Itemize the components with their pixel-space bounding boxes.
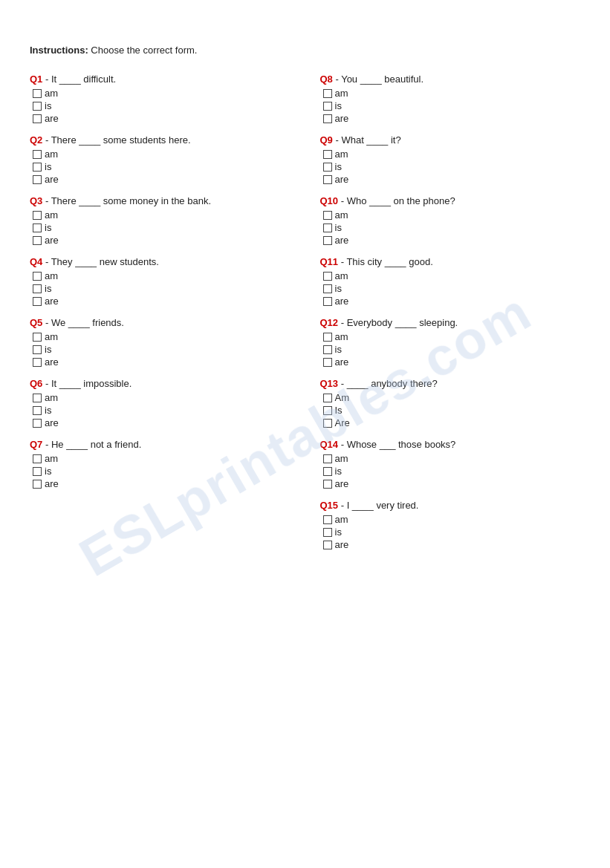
- checkbox[interactable]: [33, 297, 42, 306]
- option-item[interactable]: are: [33, 235, 291, 246]
- option-item[interactable]: am: [33, 270, 291, 281]
- option-item[interactable]: is: [323, 100, 581, 111]
- checkbox[interactable]: [33, 284, 42, 293]
- option-item[interactable]: am: [33, 392, 291, 403]
- option-item[interactable]: are: [323, 539, 581, 550]
- question-text: - I ____ very tired.: [338, 500, 418, 511]
- checkbox[interactable]: [323, 515, 332, 524]
- option-item[interactable]: are: [323, 174, 581, 185]
- checkbox[interactable]: [323, 297, 332, 306]
- option-item[interactable]: am: [323, 453, 581, 464]
- option-item[interactable]: am: [33, 209, 291, 221]
- checkbox[interactable]: [323, 236, 332, 245]
- checkbox[interactable]: [33, 333, 42, 342]
- option-item[interactable]: Am: [323, 392, 581, 403]
- checkbox[interactable]: [33, 236, 42, 245]
- option-item[interactable]: are: [323, 296, 581, 307]
- option-item[interactable]: is: [323, 222, 581, 233]
- option-item[interactable]: am: [323, 88, 581, 99]
- option-item[interactable]: Are: [323, 417, 581, 428]
- option-item[interactable]: is: [323, 283, 581, 294]
- checkbox[interactable]: [323, 114, 332, 123]
- option-item[interactable]: are: [33, 113, 291, 124]
- option-item[interactable]: is: [323, 466, 581, 477]
- option-item[interactable]: are: [33, 296, 291, 307]
- checkbox[interactable]: [323, 284, 332, 293]
- option-label: is: [45, 466, 51, 477]
- checkbox[interactable]: [33, 223, 42, 232]
- checkbox[interactable]: [323, 406, 332, 415]
- option-item[interactable]: am: [323, 270, 581, 281]
- option-item[interactable]: are: [33, 478, 291, 489]
- question-label: Q9: [320, 134, 333, 146]
- option-item[interactable]: is: [33, 222, 291, 233]
- option-item[interactable]: am: [33, 331, 291, 342]
- checkbox[interactable]: [323, 211, 332, 220]
- option-item[interactable]: is: [33, 100, 291, 111]
- option-label: am: [45, 392, 58, 403]
- instructions-label: Instructions:: [30, 45, 88, 56]
- option-item[interactable]: are: [323, 356, 581, 368]
- question-text: - There ____ some money in the bank.: [42, 195, 211, 206]
- checkbox[interactable]: [33, 358, 42, 367]
- checkbox[interactable]: [33, 102, 42, 111]
- option-item[interactable]: am: [323, 331, 581, 342]
- checkbox[interactable]: [33, 175, 42, 184]
- option-item[interactable]: are: [323, 478, 581, 489]
- checkbox[interactable]: [323, 480, 332, 489]
- checkbox[interactable]: [323, 541, 332, 549]
- checkbox[interactable]: [323, 272, 332, 281]
- checkbox[interactable]: [33, 114, 42, 123]
- checkbox[interactable]: [323, 358, 332, 367]
- checkbox[interactable]: [323, 163, 332, 172]
- option-item[interactable]: are: [323, 113, 581, 124]
- checkbox[interactable]: [33, 345, 42, 354]
- option-item[interactable]: is: [33, 161, 291, 172]
- checkbox[interactable]: [33, 163, 42, 172]
- checkbox[interactable]: [33, 211, 42, 220]
- option-item[interactable]: am: [33, 88, 291, 99]
- option-label: are: [45, 417, 59, 428]
- option-item[interactable]: am: [33, 149, 291, 160]
- option-label: is: [45, 344, 51, 355]
- checkbox[interactable]: [33, 467, 42, 476]
- option-item[interactable]: is: [33, 283, 291, 294]
- option-item[interactable]: are: [33, 417, 291, 428]
- checkbox[interactable]: [33, 480, 42, 489]
- checkbox[interactable]: [323, 102, 332, 111]
- option-item[interactable]: is: [33, 466, 291, 477]
- checkbox[interactable]: [33, 89, 42, 98]
- checkbox[interactable]: [323, 333, 332, 342]
- checkbox[interactable]: [323, 223, 332, 232]
- checkbox[interactable]: [323, 394, 332, 402]
- checkbox[interactable]: [323, 150, 332, 159]
- option-item[interactable]: am: [323, 209, 581, 221]
- option-item[interactable]: is: [33, 344, 291, 355]
- option-item[interactable]: am: [323, 514, 581, 525]
- checkbox[interactable]: [33, 454, 42, 463]
- question-block: Q6 - It ____ impossible.amisare: [30, 378, 291, 428]
- checkbox[interactable]: [33, 150, 42, 159]
- checkbox[interactable]: [323, 467, 332, 476]
- option-item[interactable]: Is: [323, 405, 581, 416]
- option-item[interactable]: is: [33, 405, 291, 416]
- checkbox[interactable]: [323, 419, 332, 428]
- option-item[interactable]: are: [33, 174, 291, 185]
- option-item[interactable]: am: [33, 453, 291, 464]
- checkbox[interactable]: [33, 272, 42, 281]
- option-item[interactable]: are: [323, 235, 581, 246]
- checkbox[interactable]: [323, 89, 332, 98]
- option-label: are: [45, 174, 59, 185]
- checkbox[interactable]: [323, 454, 332, 463]
- checkbox[interactable]: [33, 419, 42, 428]
- checkbox[interactable]: [323, 345, 332, 354]
- option-item[interactable]: is: [323, 526, 581, 538]
- checkbox[interactable]: [323, 175, 332, 184]
- option-item[interactable]: are: [33, 356, 291, 368]
- option-item[interactable]: is: [323, 161, 581, 172]
- checkbox[interactable]: [323, 528, 332, 537]
- checkbox[interactable]: [33, 394, 42, 402]
- option-item[interactable]: is: [323, 344, 581, 355]
- option-item[interactable]: am: [323, 149, 581, 160]
- checkbox[interactable]: [33, 406, 42, 415]
